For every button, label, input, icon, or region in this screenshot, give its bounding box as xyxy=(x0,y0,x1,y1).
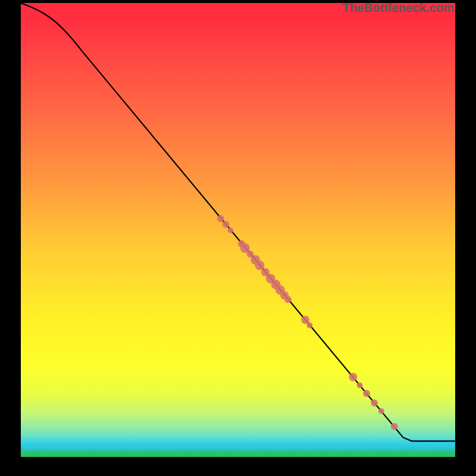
data-marker xyxy=(284,296,292,303)
data-marker xyxy=(363,390,370,397)
data-marker xyxy=(371,399,378,406)
attribution-label: TheBottleneck.com xyxy=(343,1,455,15)
data-marker xyxy=(255,261,265,270)
data-marker xyxy=(378,408,384,414)
data-marker xyxy=(391,423,398,430)
chart-svg xyxy=(21,3,455,457)
data-marker xyxy=(306,322,312,328)
data-marker xyxy=(217,215,224,222)
data-marker xyxy=(349,373,357,381)
data-marker xyxy=(356,382,362,388)
curve-line xyxy=(21,3,455,441)
plot-area xyxy=(21,3,455,457)
data-marker xyxy=(223,221,230,228)
data-marker xyxy=(228,227,234,233)
